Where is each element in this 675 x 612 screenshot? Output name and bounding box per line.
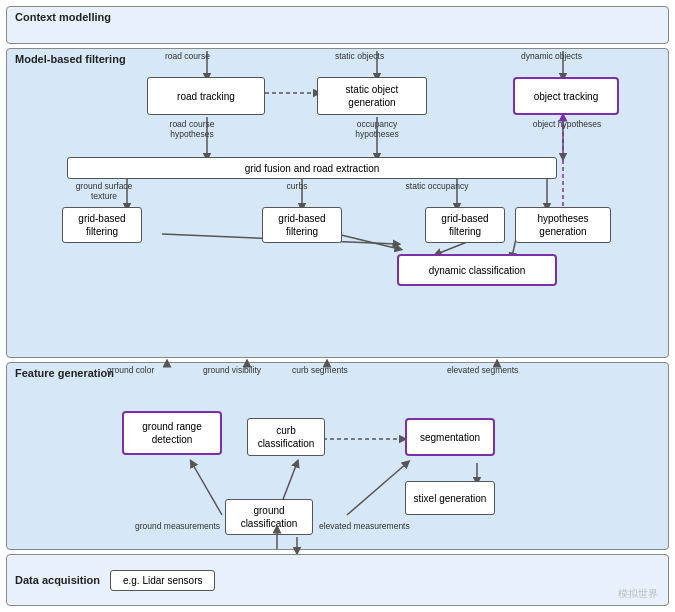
curb-classification-box: curb classification: [247, 418, 325, 456]
hypotheses-gen-box: hypotheses generation: [515, 207, 611, 243]
model-section: Model-based filtering: [6, 48, 669, 358]
svg-line-12: [337, 234, 399, 249]
label-ground-surface: ground surface texture: [69, 181, 139, 201]
label-ground-color: ground color: [107, 365, 154, 375]
data-section: Data acquisition e.g. Lidar sensors 模拟世界: [6, 554, 669, 606]
grid-based-inner-box: grid-based filtering: [425, 207, 505, 243]
label-static-occ: static occupancy: [397, 181, 477, 191]
svg-line-22: [192, 463, 222, 515]
up-arrow-data: [267, 529, 287, 549]
label-curb-seg: curb segments: [292, 365, 348, 375]
label-elevated-meas: elevated measurements: [319, 521, 410, 531]
road-tracking-box: road tracking: [147, 77, 265, 115]
label-dynamic-objects: dynamic objects: [521, 51, 582, 61]
label-road-course: road course: [165, 51, 210, 61]
svg-line-24: [347, 463, 407, 515]
grid-based-left-box: grid-based filtering: [62, 207, 142, 243]
feature-section: Feature generation: [6, 362, 669, 550]
label-occupancy-hyp: occupancy hypotheses: [337, 119, 417, 139]
lidar-box: e.g. Lidar sensors: [110, 570, 216, 591]
grid-fusion-box: grid fusion and road extraction: [67, 157, 557, 179]
stixel-gen-box: stixel generation: [405, 481, 495, 515]
segmentation-box: segmentation: [405, 418, 495, 456]
object-tracking-box: object tracking: [513, 77, 619, 115]
context-section: Context modelling: [6, 6, 669, 44]
watermark: 模拟世界: [618, 587, 658, 601]
label-object-hyp: object hypotheses: [527, 119, 607, 129]
dynamic-classification-box: dynamic classification: [397, 254, 557, 286]
context-label: Context modelling: [15, 11, 111, 23]
label-ground-vis: ground visibility: [203, 365, 261, 375]
label-elevated-seg: elevated segments: [447, 365, 518, 375]
label-road-course-hyp: road course hypotheses: [152, 119, 232, 139]
label-ground-meas: ground measurements: [135, 521, 220, 531]
feature-inner: ground color ground visibility curb segm…: [7, 363, 668, 549]
grid-based-mid-box: grid-based filtering: [262, 207, 342, 243]
data-label: Data acquisition: [15, 574, 100, 586]
label-static-objects: static objects: [335, 51, 384, 61]
ground-range-detection-box: ground range detection: [122, 411, 222, 455]
label-curbs: curbs: [277, 181, 317, 191]
main-container: Context modelling Model-based filtering: [0, 0, 675, 612]
static-object-gen-box: static object generation: [317, 77, 427, 115]
model-inner: road course static objects dynamic objec…: [7, 49, 668, 357]
